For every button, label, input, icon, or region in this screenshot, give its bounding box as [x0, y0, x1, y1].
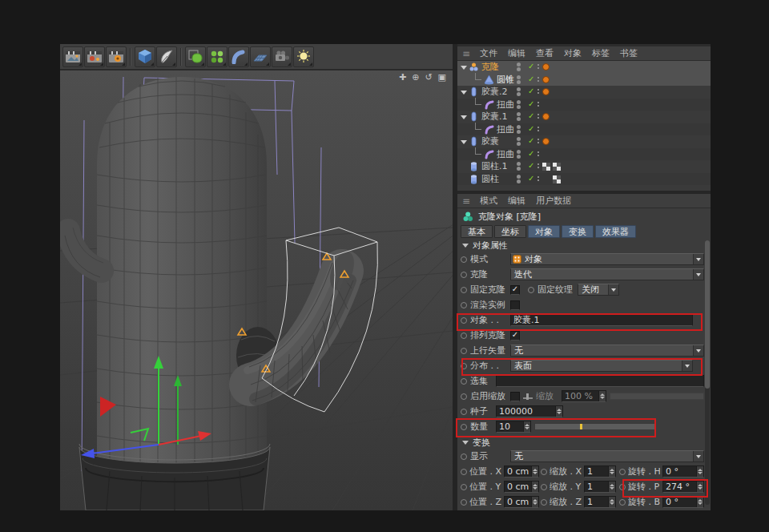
fix-clone-checkbox[interactable]: ✓ [510, 285, 520, 295]
menu-user-data[interactable]: 用户数据 [536, 195, 571, 207]
spinner-icon[interactable] [555, 406, 562, 417]
position-x-field[interactable]: 0 cm [504, 466, 539, 478]
menu-view[interactable]: 查看 [536, 47, 554, 59]
keyframe-dot[interactable] [541, 499, 547, 506]
keyframe-dot[interactable] [541, 484, 547, 490]
object-row-bend[interactable]: 扭曲 ✓ [457, 123, 711, 136]
object-label[interactable]: 胶囊.1 [481, 111, 508, 123]
tab-effectors[interactable]: 效果器 [595, 225, 636, 238]
object-row-capsule2[interactable]: 胶囊.2 ✓ [457, 86, 711, 99]
visibility-dots[interactable] [517, 162, 521, 171]
spinner-icon[interactable] [696, 497, 703, 507]
visibility-dots[interactable] [517, 75, 521, 84]
visibility-dots[interactable] [517, 87, 521, 96]
viewport[interactable]: ✚ ⊕ ↺ ▣ [60, 71, 453, 510]
phong-tag-icon[interactable] [542, 113, 550, 120]
texture-tag-icon[interactable] [553, 175, 561, 183]
scale-z-field[interactable]: 1 [584, 496, 616, 508]
spinner-icon[interactable] [531, 482, 538, 492]
section-object-properties[interactable]: 对象属性 [457, 239, 704, 252]
enabled-check-icon[interactable]: ✓ [528, 124, 534, 134]
render-region-button[interactable] [84, 46, 105, 67]
selection-field[interactable] [496, 375, 704, 387]
menu-mode[interactable]: 模式 [480, 195, 497, 207]
keyframe-dot[interactable] [619, 469, 626, 475]
enabled-check-icon[interactable]: ✓ [528, 62, 534, 71]
align-clone-checkbox[interactable]: ✓ [510, 331, 520, 341]
keyframe-dot[interactable] [461, 453, 467, 460]
menu-file[interactable]: 文件 [480, 47, 497, 59]
environment-floor-button[interactable] [250, 46, 271, 67]
menu-grip-icon[interactable]: ≡ [462, 195, 469, 207]
keyframe-dot[interactable] [461, 287, 467, 293]
visibility-dots[interactable] [517, 137, 521, 146]
enabled-check-icon[interactable]: ✓ [528, 87, 534, 96]
menu-tags[interactable]: 标签 [592, 47, 610, 59]
visibility-dots[interactable] [517, 175, 521, 183]
render-settings-button[interactable] [106, 46, 127, 67]
scale-field[interactable]: 100 % [562, 390, 606, 402]
enabled-check-icon[interactable]: ✓ [528, 75, 534, 84]
menu-bookmarks[interactable]: 书签 [620, 47, 638, 59]
keyframe-dot[interactable] [461, 393, 467, 400]
position-y-field[interactable]: 0 cm [504, 481, 539, 493]
menu-objects[interactable]: 对象 [564, 47, 582, 59]
clone-mode-dropdown[interactable]: 迭代 [510, 268, 704, 280]
object-label[interactable]: 克隆 [481, 61, 499, 73]
seed-field[interactable]: 100000 [496, 405, 563, 417]
expand-arrow-icon[interactable] [460, 62, 468, 73]
attribute-scrollbar[interactable] [705, 240, 710, 505]
deformer-button[interactable] [228, 46, 249, 67]
section-transform[interactable]: 变换 [457, 436, 704, 449]
spinner-icon[interactable] [608, 466, 615, 477]
position-z-field[interactable]: 0 cm [504, 496, 539, 508]
spinner-icon[interactable] [608, 497, 615, 507]
menu-edit[interactable]: 编辑 [508, 195, 525, 207]
enabled-check-icon[interactable]: ✓ [528, 174, 534, 183]
expand-arrow-icon[interactable] [460, 111, 468, 123]
enable-scale-checkbox[interactable]: ✓ [510, 392, 520, 401]
phong-tag-icon[interactable] [542, 88, 550, 95]
render-view-button[interactable] [62, 46, 83, 67]
keyframe-dot[interactable] [461, 272, 467, 278]
rotation-h-field[interactable]: 0 ° [662, 466, 704, 478]
visibility-dots[interactable] [517, 112, 521, 121]
mograph-cloner-button[interactable] [207, 46, 227, 67]
light-button[interactable] [293, 46, 314, 67]
scale-x-field[interactable]: 1 [584, 466, 616, 478]
phong-tag-icon[interactable] [542, 63, 550, 71]
tab-object[interactable]: 对象 [528, 225, 560, 238]
object-row-cone[interactable]: 圆锥 ✓ [457, 74, 711, 87]
spinner-icon[interactable] [598, 391, 606, 401]
scrollbar-thumb[interactable] [705, 240, 710, 389]
rotation-b-field[interactable]: 0 ° [662, 496, 704, 508]
viewport-canvas[interactable] [60, 71, 453, 510]
primitive-cube-button[interactable] [135, 46, 155, 67]
object-row-bend[interactable]: 扭曲 ✓ [457, 99, 711, 111]
object-label[interactable]: 圆柱 [481, 173, 499, 185]
spinner-icon[interactable] [531, 466, 538, 477]
object-row-cloner[interactable]: 克隆 ✓ [457, 61, 711, 74]
object-label[interactable]: 圆锥 [497, 74, 514, 86]
render-instance-checkbox[interactable]: ✓ [510, 300, 520, 310]
keyframe-dot[interactable] [461, 484, 467, 490]
phong-tag-icon[interactable] [542, 76, 550, 83]
spinner-icon[interactable] [531, 497, 538, 507]
mode-dropdown[interactable]: 对象 [510, 253, 704, 265]
keyframe-dot[interactable] [461, 332, 467, 339]
menu-edit[interactable]: 编辑 [508, 47, 525, 59]
enabled-check-icon[interactable]: ✓ [528, 161, 534, 171]
object-label[interactable]: 圆柱.1 [481, 160, 508, 172]
expand-arrow-icon[interactable] [460, 136, 468, 147]
object-row-cylinder[interactable]: 圆柱 ✓ [457, 173, 711, 186]
visibility-dots[interactable] [517, 150, 521, 159]
cactus-body-model[interactable] [97, 77, 267, 471]
tab-transform[interactable]: 变换 [562, 225, 594, 238]
subdivision-surface-button[interactable] [185, 46, 206, 67]
keyframe-dot[interactable] [541, 469, 547, 475]
camera-button[interactable] [272, 46, 292, 67]
texture-tag-icon[interactable] [542, 163, 550, 171]
keyframe-dot[interactable] [461, 256, 467, 263]
tab-basic[interactable]: 基本 [461, 225, 493, 238]
keyframe-dot[interactable] [619, 499, 626, 506]
